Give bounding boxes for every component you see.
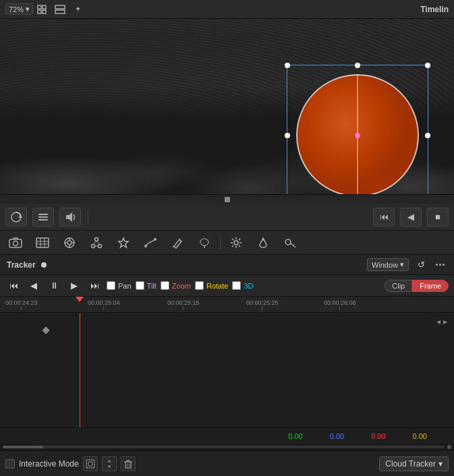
pen-tool-btn[interactable] xyxy=(165,233,190,252)
stop-btn[interactable]: ■ xyxy=(427,208,449,227)
skip-start-btn[interactable]: ⏮ xyxy=(373,208,395,227)
timeline-ruler: 00:00:24:23 00:00:25:04 00:00:25:15 00:0… xyxy=(0,297,454,313)
grid-icon[interactable] xyxy=(36,3,49,16)
ruler-line-4 xyxy=(339,306,340,310)
value-yellow: 0.00 xyxy=(413,432,427,440)
clip-btn[interactable]: Clip xyxy=(385,280,412,292)
svg-rect-3 xyxy=(42,10,46,13)
ruler-tick-4: 00:00:26:06 xyxy=(324,299,356,310)
interactive-mode-label: Interactive Mode xyxy=(19,459,79,469)
prev-frame-btn[interactable]: ◀ xyxy=(400,208,422,227)
svg-line-33 xyxy=(93,241,96,244)
audio-btn[interactable] xyxy=(59,208,81,227)
view-icons: ✦ xyxy=(36,3,84,16)
playhead-triangle[interactable] xyxy=(76,297,84,302)
svg-rect-14 xyxy=(38,216,48,218)
svg-point-43 xyxy=(234,241,238,245)
zoom-selector[interactable]: 72% ▾ xyxy=(5,3,33,15)
camera-tool-btn[interactable] xyxy=(3,233,28,252)
svg-rect-15 xyxy=(38,219,48,220)
ruler-time-4: 00:00:26:06 xyxy=(324,299,356,306)
ruler-line-3 xyxy=(262,306,262,310)
timeline-track: ◂ ▸ xyxy=(0,313,454,427)
pan-checkbox[interactable] xyxy=(107,281,115,290)
more-menu-btn[interactable] xyxy=(433,261,447,268)
track-overlay[interactable] xyxy=(287,65,428,194)
tilt-checkbox-label[interactable]: Tilt xyxy=(136,281,157,290)
handle-middle-left[interactable] xyxy=(285,133,290,138)
dot1 xyxy=(436,264,438,266)
pan-checkbox-label[interactable]: Pan xyxy=(107,281,132,290)
pause-btn[interactable]: ⏸ xyxy=(46,278,62,294)
ruler-line-0 xyxy=(21,306,22,310)
ruler-tick-2: 00:00:25:15 xyxy=(167,299,200,310)
svg-rect-4 xyxy=(55,5,65,9)
handle-middle-right[interactable] xyxy=(425,133,430,138)
zoom-chevron: ▾ xyxy=(26,5,30,13)
value-blue: 0.00 xyxy=(330,432,344,440)
track-circle-svg xyxy=(293,71,422,194)
star-tool-btn[interactable] xyxy=(111,233,136,252)
svg-marker-12 xyxy=(18,215,22,218)
handle-top-left[interactable] xyxy=(285,63,290,68)
node-tool-btn[interactable] xyxy=(84,233,109,252)
rotate-checkbox[interactable] xyxy=(195,281,204,290)
scrollbar-thumb[interactable] xyxy=(3,446,43,448)
playback-row: ⏮ ◀ ⏸ ▶ ⏭ Pan Tilt Zoom Rotate 3D Clip F… xyxy=(0,275,454,297)
ruler-time-2: 00:00:25:15 xyxy=(167,299,200,306)
clip-frame-group: Clip Frame xyxy=(385,280,449,292)
playhead-line xyxy=(80,313,80,427)
controls-row: ⏮ ◀ ■ xyxy=(0,204,454,231)
skip-start-play-btn[interactable]: ⏮ xyxy=(5,278,22,294)
3d-checkbox-label[interactable]: 3D xyxy=(232,281,253,290)
wand-icon[interactable]: ✦ xyxy=(71,3,84,16)
prev-btn[interactable]: ◀ xyxy=(26,278,42,294)
3d-checkbox[interactable] xyxy=(232,281,241,290)
svg-point-32 xyxy=(98,244,102,247)
layout-icon[interactable] xyxy=(53,3,67,16)
svg-rect-0 xyxy=(38,5,41,9)
svg-rect-50 xyxy=(125,462,131,468)
separator-1 xyxy=(88,209,88,225)
frame-btn[interactable]: Frame xyxy=(412,280,449,292)
tilt-checkbox[interactable] xyxy=(136,281,144,290)
zoom-checkbox[interactable] xyxy=(161,281,169,290)
back-btn[interactable]: ↺ xyxy=(413,257,429,273)
svg-rect-19 xyxy=(36,238,49,247)
handle-top-middle[interactable] xyxy=(355,63,360,68)
window-dropdown-btn[interactable]: Window ▾ xyxy=(367,258,409,271)
ruler-time-0: 00:00:24:23 xyxy=(5,299,38,306)
settings-tool-btn[interactable] xyxy=(223,233,249,252)
target-tool-btn[interactable] xyxy=(57,233,82,252)
next-btn[interactable]: ⏭ xyxy=(86,278,103,294)
timeline-area: 00:00:24:23 00:00:25:04 00:00:25:15 00:0… xyxy=(0,297,454,450)
selection-icon-btn[interactable] xyxy=(83,456,98,471)
interactive-mode-checkbox[interactable] xyxy=(5,459,15,469)
grid-tool-btn[interactable] xyxy=(30,233,55,252)
path-tool-btn[interactable] xyxy=(138,233,163,252)
delete-icon-btn[interactable] xyxy=(121,456,136,471)
svg-marker-36 xyxy=(119,238,128,247)
tracker-title: Tracker xyxy=(7,260,36,270)
playhead-indicator[interactable] xyxy=(225,197,230,202)
ruler-tick-0: 00:00:24:23 xyxy=(5,299,38,310)
rotate-checkbox-label[interactable]: Rotate xyxy=(195,281,228,290)
play-btn[interactable]: ▶ xyxy=(66,278,82,294)
zoom-checkbox-label[interactable]: Zoom xyxy=(161,281,191,290)
svg-marker-16 xyxy=(66,212,72,222)
nav-left-arrow[interactable]: ◂ xyxy=(436,317,441,326)
fill-tool-btn[interactable] xyxy=(250,233,276,252)
lasso-tool-btn[interactable] xyxy=(192,233,217,252)
handle-top-right[interactable] xyxy=(425,63,430,68)
key-tool-btn[interactable] xyxy=(277,233,303,252)
rotation-tool-btn[interactable] xyxy=(5,208,27,227)
cloud-tracker-btn[interactable]: Cloud Tracker ▾ xyxy=(379,456,449,471)
nav-arrows: ◂ ▸ xyxy=(436,317,447,326)
scrollbar-track xyxy=(3,446,445,448)
layers-btn[interactable] xyxy=(32,208,54,227)
tracker-dot xyxy=(41,262,47,268)
transform-icon-btn[interactable] xyxy=(102,456,117,471)
nav-right-arrow[interactable]: ▸ xyxy=(443,317,447,326)
svg-rect-5 xyxy=(55,10,65,13)
keyframe-start[interactable] xyxy=(42,326,49,334)
